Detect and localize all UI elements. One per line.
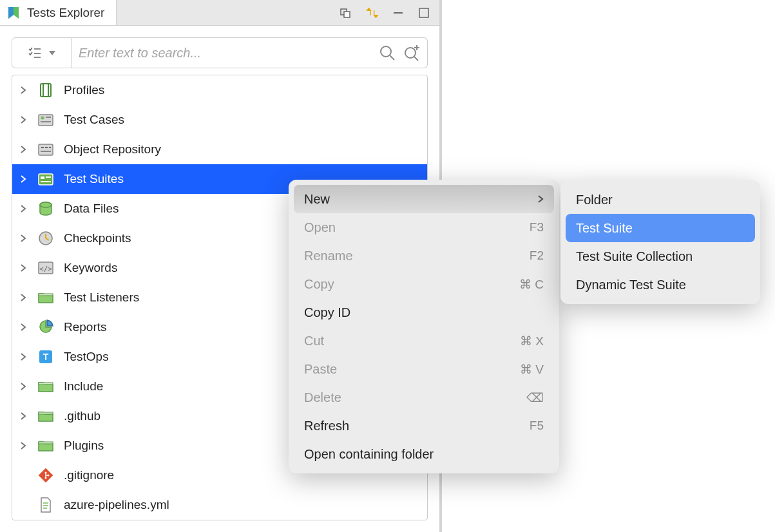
svg-rect-22	[39, 144, 53, 155]
menu-item-label: Delete	[304, 390, 341, 405]
search-add-icon[interactable]	[403, 44, 421, 62]
context-menu-new[interactable]: New	[294, 185, 554, 213]
submenu-item-label: Test Suite Collection	[576, 249, 693, 264]
context-menu-copy-id[interactable]: Copy ID	[294, 298, 554, 327]
chevron-right-icon[interactable]	[19, 412, 28, 421]
filter-dropdown[interactable]	[12, 37, 72, 68]
svg-rect-30	[41, 181, 51, 182]
tabbar: Tests Explorer	[0, 0, 439, 26]
tree-item-label: Reports	[64, 320, 107, 334]
svg-marker-9	[49, 51, 55, 55]
folder-icon	[37, 437, 55, 455]
tree-item-label: Plugins	[64, 439, 104, 453]
chevron-right-icon[interactable]	[19, 204, 28, 213]
tree-item-label: Data Files	[64, 202, 119, 216]
svg-rect-41	[39, 442, 53, 444]
submenu-test-suite[interactable]: Test Suite	[566, 214, 755, 242]
chevron-right-icon[interactable]	[19, 234, 28, 243]
context-menu-refresh[interactable]: RefreshF5	[294, 412, 554, 440]
objectrepo-icon	[37, 140, 55, 158]
search-input[interactable]	[79, 46, 378, 61]
svg-rect-28	[41, 176, 44, 179]
search-icon[interactable]	[378, 44, 396, 62]
keywords-icon: </>	[37, 259, 55, 277]
menu-item-label: Open containing folder	[304, 447, 434, 462]
menu-item-shortcut: F2	[530, 249, 544, 263]
svg-rect-25	[49, 147, 51, 148]
menu-item-shortcut: F3	[530, 220, 544, 234]
submenu-dynamic-test-suite[interactable]: Dynamic Test Suite	[566, 271, 755, 299]
menu-item-label: Refresh	[304, 419, 349, 433]
context-menu: NewOpenF3RenameF2Copy⌘ CCopy IDCut⌘ XPas…	[289, 180, 559, 473]
tree-item-test-cases[interactable]: Test Cases	[12, 105, 427, 135]
tree-item-azure-pipelines-yml[interactable]: azure-pipelines.yml	[12, 490, 427, 520]
testcases-icon	[37, 111, 55, 129]
tree-item-label: Object Repository	[64, 142, 161, 157]
context-menu-paste: Paste⌘ V	[294, 355, 554, 383]
menu-item-label: Cut	[304, 334, 324, 348]
checklist-icon	[28, 46, 42, 59]
folder-icon	[37, 407, 55, 425]
file-icon	[37, 496, 55, 514]
chevron-right-icon[interactable]	[19, 115, 28, 124]
svg-line-11	[390, 55, 394, 60]
svg-marker-1	[8, 7, 14, 19]
chevron-right-icon[interactable]	[19, 175, 28, 184]
tree-item-object-repository[interactable]: Object Repository	[12, 135, 427, 164]
svg-point-19	[41, 117, 44, 120]
tree-item-label: Checkpoints	[64, 231, 131, 245]
tests-explorer-icon	[6, 6, 21, 20]
context-menu-open: OpenF3	[294, 213, 554, 242]
tree-item-label: .gitignore	[64, 468, 114, 482]
submenu-item-label: Folder	[576, 193, 613, 207]
chevron-right-icon[interactable]	[19, 86, 28, 95]
minimize-icon[interactable]	[392, 6, 405, 19]
context-menu-open-containing-folder[interactable]: Open containing folder	[294, 440, 554, 468]
tree-item-profiles[interactable]: Profiles	[12, 75, 427, 105]
svg-rect-26	[41, 151, 51, 152]
maximize-icon[interactable]	[417, 6, 430, 19]
menu-item-label: Rename	[304, 249, 353, 263]
submenu-test-suite-collection[interactable]: Test Suite Collection	[566, 242, 755, 271]
profiles-icon	[37, 81, 55, 99]
chevron-right-icon[interactable]	[19, 263, 28, 272]
chevron-right-icon[interactable]	[19, 382, 28, 391]
chevron-right-icon[interactable]	[19, 293, 28, 302]
tree-item-label: Keywords	[64, 261, 117, 275]
svg-rect-27	[39, 174, 53, 185]
svg-text:</>: </>	[39, 265, 52, 273]
tree-item-label: Test Suites	[64, 172, 124, 186]
sync-arrows-icon[interactable]	[366, 6, 379, 19]
search-row	[0, 26, 439, 75]
chevron-right-icon	[537, 194, 544, 204]
svg-rect-3	[344, 12, 350, 17]
chevron-right-icon[interactable]	[19, 323, 28, 332]
dropdown-triangle-icon	[48, 50, 56, 56]
svg-point-10	[381, 46, 391, 57]
new-submenu: FolderTest SuiteTest Suite CollectionDyn…	[560, 180, 760, 304]
svg-rect-40	[39, 412, 53, 414]
tree-item-label: azure-pipelines.yml	[64, 498, 169, 512]
tabbar-spacer	[117, 0, 331, 25]
tests-explorer-tab[interactable]: Tests Explorer	[0, 0, 117, 25]
menu-item-label: Copy	[304, 277, 334, 292]
context-menu-delete: Delete⌫	[294, 383, 554, 412]
submenu-folder[interactable]: Folder	[566, 185, 755, 214]
menu-item-label: Open	[304, 220, 336, 235]
svg-rect-18	[39, 115, 53, 126]
checkpoints-icon	[37, 229, 55, 247]
svg-rect-36	[39, 294, 53, 296]
folder-icon	[37, 377, 55, 395]
context-menu-rename: RenameF2	[294, 242, 554, 270]
svg-rect-29	[46, 176, 51, 178]
chevron-right-icon[interactable]	[19, 352, 28, 361]
svg-rect-23	[41, 147, 44, 148]
testops-icon: T	[37, 348, 55, 366]
tree-item-label: .github	[64, 409, 100, 423]
chevron-right-icon[interactable]	[19, 441, 28, 450]
menu-item-label: New	[304, 192, 330, 207]
chevron-right-icon[interactable]	[19, 145, 28, 154]
svg-rect-24	[45, 147, 48, 148]
search-box	[72, 37, 428, 68]
link-editor-icon[interactable]	[340, 6, 353, 19]
